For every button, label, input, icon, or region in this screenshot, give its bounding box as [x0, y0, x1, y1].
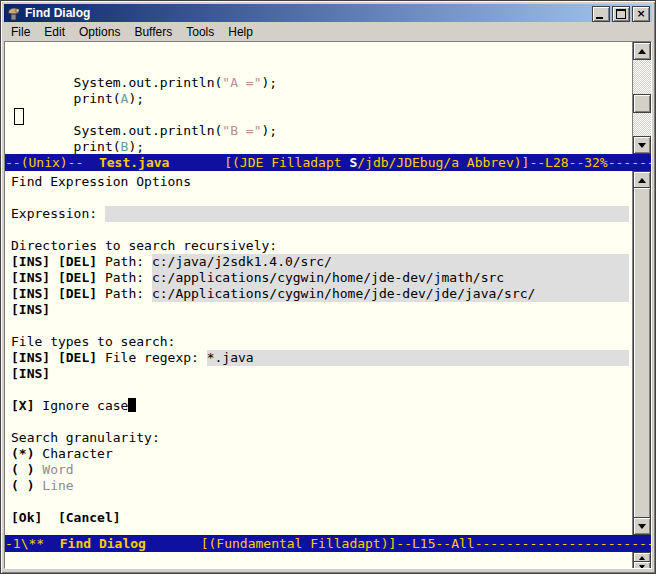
radio-character[interactable]: (*) — [11, 446, 34, 462]
code-scrollbar[interactable] — [632, 42, 651, 154]
code-line: System.out.println("B ="); — [11, 123, 633, 139]
path-row: [INS] [DEL] Path: c:/java/j2sdk1.4.0/src… — [11, 254, 633, 270]
scroll-down-button[interactable] — [633, 561, 651, 569]
radio-row-character: (*) Character — [11, 446, 633, 462]
ins-button[interactable]: [INS] — [11, 270, 50, 286]
arrow-up-icon — [639, 556, 645, 560]
window-controls: × — [592, 6, 650, 22]
scroll-thumb[interactable] — [633, 94, 651, 113]
path-input[interactable]: c:/java/j2sdk1.4.0/src/ — [152, 254, 629, 270]
scroll-thumb[interactable] — [633, 187, 651, 519]
find-dialog-buffer[interactable]: Find Expression Options Expression: Dire… — [5, 171, 633, 538]
code-line — [11, 107, 633, 123]
code-line: System.out.println("A ="); — [11, 75, 633, 91]
del-button[interactable]: [DEL] — [58, 270, 97, 286]
ins-button[interactable]: [INS] — [11, 366, 50, 382]
text-cursor — [128, 398, 136, 412]
granularity-heading: Search granularity: — [11, 430, 160, 446]
modeline-buffer-name: Find Dialog — [60, 536, 146, 551]
path-input[interactable]: c:/Applications/cygwin/home/jde-dev/jde/… — [152, 286, 629, 302]
dialog-scrollbar[interactable] — [632, 171, 651, 535]
path-label: Path: — [105, 270, 152, 286]
file-regexp-input[interactable]: *.java — [207, 350, 629, 366]
close-icon: × — [636, 8, 645, 20]
ok-button[interactable]: [Ok] — [11, 510, 42, 526]
modeline-prefix: -1\** — [5, 536, 60, 551]
menu-options[interactable]: Options — [72, 23, 127, 41]
menu-tools[interactable]: Tools — [179, 23, 221, 41]
modeline-modes: [(Fundamental Filladapt)]--L15--All — [201, 536, 475, 551]
radio-word[interactable]: ( ) — [11, 462, 34, 478]
buttons-row: [Ok] [Cancel] — [11, 510, 633, 526]
path-input[interactable]: c:/applications/cygwin/home/jde-dev/jmat… — [152, 270, 629, 286]
ignore-case-row: [X] Ignore case — [11, 398, 633, 414]
window-title: Find Dialog — [25, 6, 90, 20]
ins-button[interactable]: [INS] — [11, 302, 50, 318]
scroll-up-button[interactable] — [633, 42, 651, 60]
ins-button[interactable]: [INS] — [11, 254, 50, 270]
modeline-test-java: --(Unix)-- Test.java [(JDE Filladapt S/j… — [5, 154, 651, 171]
arrow-down-icon — [639, 565, 645, 569]
path-label: Path: — [105, 254, 152, 270]
file-regexp-row: [INS] [DEL] File regexp: *.java — [11, 350, 633, 366]
del-button[interactable]: [DEL] — [58, 286, 97, 302]
arrow-down-icon — [638, 143, 646, 148]
modeline-dashes: -------------------------------- — [608, 155, 651, 170]
expression-row: Expression: — [11, 206, 633, 222]
menu-edit[interactable]: Edit — [37, 23, 72, 41]
modeline-position: /jdb/JDEbug/a Abbrev)]--L28--32% — [357, 155, 607, 170]
scroll-down-button[interactable] — [633, 136, 651, 154]
ignore-case-label: Ignore case — [34, 398, 128, 414]
code-line: print(A); — [11, 91, 633, 107]
del-button[interactable]: [DEL] — [58, 350, 97, 366]
code-line: print(B); — [11, 139, 633, 155]
close-button[interactable]: × — [632, 6, 650, 22]
maximize-icon — [616, 9, 626, 19]
code-lines: System.out.println("A ="); print(A); Sys… — [11, 75, 633, 157]
filetypes-heading: File types to search: — [11, 334, 175, 350]
menu-buffers[interactable]: Buffers — [127, 23, 179, 41]
minibuffer[interactable] — [5, 552, 633, 568]
dialog-heading: Find Expression Options — [11, 174, 191, 190]
ins-button[interactable]: [INS] — [11, 350, 50, 366]
frame: System.out.println("A ="); print(A); Sys… — [4, 41, 652, 569]
radio-line-label: Line — [42, 478, 73, 494]
path-row: [INS] [DEL] Path: c:/Applications/cygwin… — [11, 286, 633, 302]
directories-heading: Directories to search recursively: — [11, 238, 277, 254]
modeline-modes: [(JDE Filladapt — [224, 155, 349, 170]
radio-line[interactable]: ( ) — [11, 478, 34, 494]
emacs-icon — [6, 6, 22, 21]
title-bar: Find Dialog × — [4, 4, 652, 22]
modeline-prefix: --(Unix)-- — [5, 155, 99, 170]
radio-character-label: Character — [42, 446, 112, 462]
menu-file[interactable]: File — [4, 23, 37, 41]
scroll-down-button[interactable] — [633, 517, 651, 535]
menu-help[interactable]: Help — [221, 23, 260, 41]
file-regexp-label: File regexp: — [105, 350, 207, 366]
ignore-case-checkbox[interactable]: [X] — [11, 398, 34, 414]
code-buffer[interactable]: System.out.println("A ="); print(A); Sys… — [5, 42, 633, 157]
cancel-button[interactable]: [Cancel] — [58, 510, 121, 526]
expression-input[interactable] — [105, 206, 629, 222]
modeline-buffer-name: Test.java — [99, 155, 169, 170]
arrow-down-icon — [638, 524, 646, 529]
modeline-dashes: ----------------------------------------… — [475, 536, 651, 551]
path-label: Path: — [105, 286, 152, 302]
arrow-up-icon — [638, 49, 646, 54]
radio-word-label: Word — [42, 462, 73, 478]
radio-row-line: ( ) Line — [11, 478, 633, 494]
minibuffer-scrollbar[interactable] — [632, 552, 651, 569]
hollow-cursor — [14, 108, 24, 125]
minimize-button[interactable] — [592, 6, 610, 22]
modeline-gap — [146, 536, 201, 551]
arrow-up-icon — [638, 178, 646, 183]
path-row: [INS] [DEL] Path: c:/applications/cygwin… — [11, 270, 633, 286]
window-chrome: Find Dialog × File Edit Options Buffers … — [0, 0, 656, 574]
radio-row-word: ( ) Word — [11, 462, 633, 478]
maximize-button[interactable] — [612, 6, 630, 22]
modeline-find-dialog: -1\** Find Dialog [(Fundamental Filladap… — [5, 535, 651, 552]
minimize-icon — [596, 17, 603, 19]
del-button[interactable]: [DEL] — [58, 254, 97, 270]
emacs-window: Find Dialog × File Edit Options Buffers … — [0, 0, 656, 574]
ins-button[interactable]: [INS] — [11, 286, 50, 302]
